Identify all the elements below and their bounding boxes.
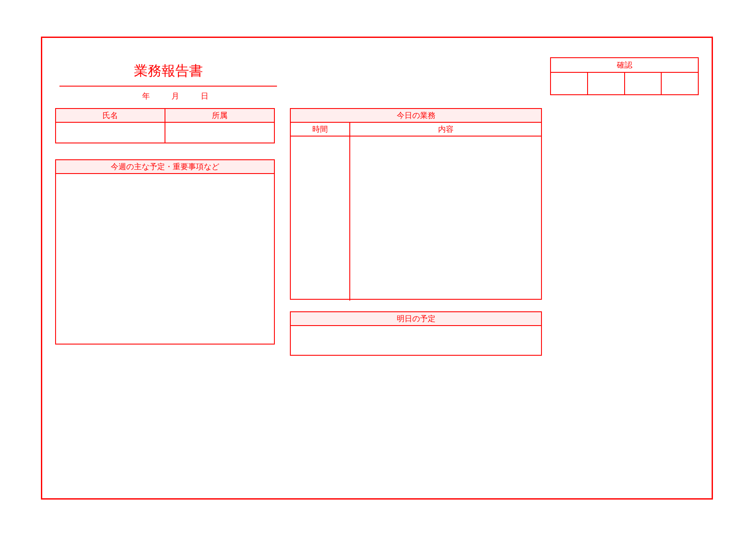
tomorrow-body[interactable] (291, 326, 541, 356)
today-column-content: 内容 (350, 123, 541, 136)
report-page: 業務報告書 年 月 日 確認 氏名 所属 今週の (41, 37, 713, 500)
identity-header-name: 氏名 (56, 109, 165, 122)
today-header: 今日の業務 (291, 109, 541, 123)
identity-header-row: 氏名 所属 (56, 109, 274, 123)
identity-header-dept: 所属 (165, 109, 274, 122)
today-column-time: 時間 (291, 123, 350, 136)
weekly-body[interactable] (56, 174, 274, 345)
approval-stamp-box: 確認 (550, 57, 699, 95)
date-day-label: 日 (201, 92, 210, 100)
approval-cell-1[interactable] (551, 73, 588, 94)
date-year-label: 年 (142, 92, 152, 100)
identity-name-field[interactable] (56, 123, 165, 143)
approval-cells (551, 73, 698, 94)
approval-cell-3[interactable] (625, 73, 662, 94)
weekly-header: 今週の主な予定・重要事項など (56, 160, 274, 174)
approval-header: 確認 (551, 58, 698, 73)
identity-dept-field[interactable] (165, 123, 274, 143)
date-line: 年 月 日 (59, 87, 277, 101)
tomorrow-plan-box: 明日の予定 (290, 311, 542, 356)
title-block: 業務報告書 年 月 日 (59, 62, 277, 101)
identity-value-row (56, 123, 274, 143)
document-title: 業務報告書 (59, 62, 277, 86)
tomorrow-header: 明日の予定 (291, 312, 541, 326)
date-month-label: 月 (171, 92, 181, 100)
approval-cell-4[interactable] (662, 73, 698, 94)
today-columns-row: 時間 内容 (291, 123, 541, 137)
weekly-schedule-box: 今週の主な予定・重要事項など (55, 159, 275, 345)
today-work-box: 今日の業務 時間 内容 (290, 108, 542, 300)
approval-cell-2[interactable] (588, 73, 625, 94)
today-time-field[interactable] (291, 137, 350, 301)
today-content-field[interactable] (350, 137, 541, 301)
today-body (291, 137, 541, 301)
identity-table: 氏名 所属 (55, 108, 275, 143)
